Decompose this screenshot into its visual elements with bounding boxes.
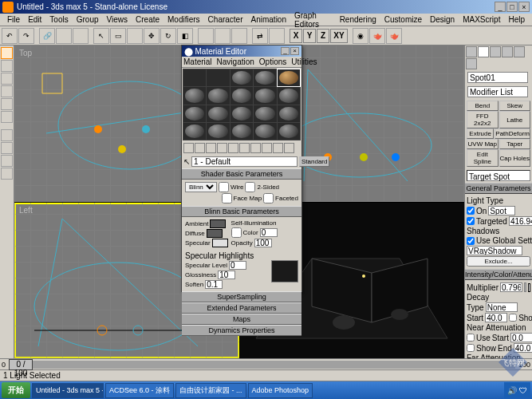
me-close-button[interactable]: × — [290, 47, 299, 55]
me-assign-icon[interactable] — [206, 143, 216, 153]
axis-z-button[interactable]: Z — [317, 29, 329, 43]
quick-render-button[interactable]: 🫖 — [386, 28, 402, 44]
menu-rendering[interactable]: Rendering — [336, 15, 380, 24]
menu-animation[interactable]: Animation — [247, 15, 290, 24]
menu-tools[interactable]: Tools — [45, 15, 72, 24]
me-menu-material[interactable]: Material — [183, 57, 212, 66]
axis-y-button[interactable]: Y — [303, 29, 316, 43]
task-item[interactable]: Adobe Photoshop — [248, 383, 313, 398]
material-slot[interactable] — [207, 87, 229, 104]
mod-ffd[interactable]: FFD 2x2x2 — [467, 111, 499, 128]
start-button[interactable]: 开始 — [2, 382, 30, 398]
menu-grapheditors[interactable]: Graph Editors — [290, 11, 336, 29]
select-byname-button[interactable] — [127, 28, 143, 44]
specular-swatch[interactable] — [212, 239, 228, 247]
menu-design[interactable]: Design — [426, 15, 459, 24]
render-scene-button[interactable]: 🫖 — [369, 28, 385, 44]
mod-extrude[interactable]: Extrude — [467, 128, 494, 139]
shadows-on-checkbox[interactable] — [467, 237, 475, 245]
tool-2-icon[interactable] — [1, 142, 13, 154]
exclude-button[interactable]: Exclude... — [467, 256, 530, 267]
material-slot[interactable] — [254, 69, 276, 86]
targeted-checkbox[interactable] — [467, 217, 475, 225]
soften-field[interactable] — [205, 280, 223, 289]
me-pick-icon[interactable]: ↖ — [183, 157, 190, 166]
angle-snap-button[interactable] — [215, 28, 231, 44]
me-reset-icon[interactable] — [217, 143, 227, 153]
selfillum-field[interactable] — [260, 228, 278, 237]
material-slot[interactable] — [231, 123, 253, 140]
task-item[interactable]: ACDSee 6.0 - 涂料 — [105, 383, 174, 398]
tab-motion-icon[interactable] — [1, 85, 13, 97]
material-slot[interactable] — [231, 105, 253, 122]
tab-utilities-icon[interactable] — [1, 111, 13, 123]
near-use-checkbox[interactable] — [467, 334, 475, 342]
align-button[interactable] — [269, 28, 285, 44]
bind-button[interactable] — [73, 28, 89, 44]
multiplier-spinner[interactable] — [524, 282, 526, 292]
me-menu-navigation[interactable]: Navigation — [217, 57, 254, 66]
target-dist-field[interactable] — [509, 216, 532, 226]
select-region-button[interactable]: ▭ — [110, 28, 126, 44]
ambient-swatch[interactable] — [210, 219, 226, 228]
undo-button[interactable]: ↶ — [2, 28, 18, 44]
snap-toggle-button[interactable] — [198, 28, 214, 44]
facemap-checkbox[interactable] — [222, 193, 232, 203]
tab-modify[interactable] — [478, 46, 489, 57]
material-slot[interactable] — [254, 105, 276, 122]
material-slot[interactable] — [183, 69, 206, 86]
link-button[interactable]: 🔗 — [39, 28, 55, 44]
rollout-general[interactable]: General Parameters — [465, 183, 532, 194]
tab-utilities[interactable] — [466, 58, 477, 69]
near-show-checkbox[interactable] — [467, 344, 475, 352]
tool-3-icon[interactable] — [1, 155, 13, 167]
unlink-button[interactable] — [56, 28, 72, 44]
redo-button[interactable]: ↷ — [18, 28, 34, 44]
tab-motion[interactable] — [502, 46, 513, 57]
tab-display[interactable] — [514, 46, 525, 57]
tab-create-icon[interactable] — [1, 47, 13, 59]
material-slot[interactable] — [278, 123, 300, 140]
menu-views[interactable]: Views — [103, 15, 132, 24]
menu-maxscript[interactable]: MAXScript — [459, 15, 504, 24]
material-type-button[interactable]: Standard — [299, 156, 329, 167]
menu-customize[interactable]: Customize — [380, 15, 426, 24]
faceted-checkbox[interactable] — [263, 193, 274, 203]
rollout-maps[interactable]: Maps — [182, 314, 301, 325]
me-showmap-icon[interactable] — [273, 143, 283, 153]
me-makeunique-icon[interactable] — [239, 143, 250, 153]
mirror-button[interactable]: ⇄ — [252, 28, 268, 44]
material-slot[interactable] — [278, 69, 300, 86]
near-start-field[interactable] — [510, 333, 532, 342]
tab-create[interactable] — [466, 46, 477, 57]
menu-modifiers[interactable]: Modifiers — [164, 15, 204, 24]
close-button[interactable]: × — [518, 2, 530, 12]
minimize-button[interactable]: _ — [495, 2, 506, 12]
timeline-slider[interactable]: 0 / 100 — [9, 359, 33, 370]
task-item[interactable]: 自由设计新家园 - ... — [175, 383, 246, 398]
me-showend-icon[interactable] — [284, 143, 294, 153]
material-slot[interactable] — [231, 69, 253, 86]
me-putmaterial-icon[interactable] — [195, 143, 205, 153]
opacity-field[interactable] — [254, 239, 272, 247]
selfillum-color-checkbox[interactable] — [231, 227, 242, 238]
me-menu-utilities[interactable]: Utilities — [291, 57, 317, 66]
mod-bend[interactable]: Bend — [467, 101, 499, 111]
menu-character[interactable]: Character — [204, 15, 247, 24]
material-slot[interactable] — [278, 105, 300, 122]
material-slot[interactable] — [183, 105, 206, 122]
me-menu-options[interactable]: Options — [259, 57, 286, 66]
material-editor-button[interactable]: ◉ — [353, 28, 368, 44]
rollout-shader-basic[interactable]: Shader Basic Parameters — [182, 168, 301, 180]
decay-type-dropdown[interactable] — [486, 302, 518, 312]
tool-4-icon[interactable] — [1, 168, 13, 180]
decay-start-field[interactable] — [485, 313, 507, 322]
rollout-supersampling[interactable]: SuperSampling — [182, 291, 301, 302]
select-move-button[interactable]: ✥ — [144, 28, 160, 44]
timeline[interactable]: 0 0 / 100 100 — [0, 358, 532, 369]
mod-lathe[interactable]: Lathe — [499, 111, 531, 128]
me-copy-icon[interactable] — [228, 143, 238, 153]
mod-skew[interactable]: Skew — [499, 101, 531, 111]
me-getmaterial-icon[interactable] — [183, 143, 194, 153]
material-slot[interactable] — [254, 87, 276, 104]
